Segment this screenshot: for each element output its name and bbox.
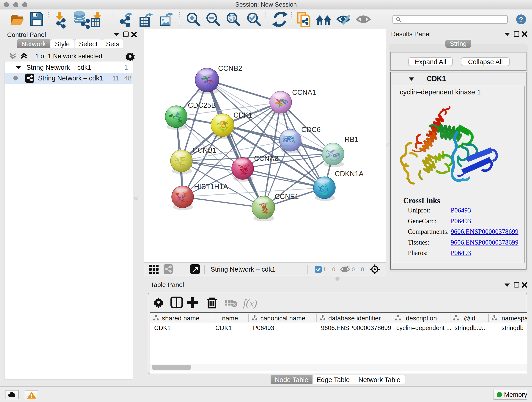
- svg-text:CDKN1A: CDKN1A: [335, 170, 364, 178]
- svg-text:CDC6: CDC6: [301, 126, 321, 134]
- svg-text:f(x): f(x): [243, 298, 257, 309]
- svg-text:CDC25B: CDC25B: [188, 101, 216, 109]
- svg-text:RB1: RB1: [345, 135, 358, 143]
- svg-text:HIST1H1A: HIST1H1A: [194, 183, 228, 191]
- svg-text:CDK1: CDK1: [234, 111, 253, 119]
- svg-text:CCNA1: CCNA1: [292, 89, 316, 96]
- svg-text:CCNB1: CCNB1: [192, 146, 216, 154]
- svg-text:CCNB2: CCNB2: [218, 64, 242, 72]
- svg-text:CCNE1: CCNE1: [275, 192, 299, 201]
- svg-text:CCNA2: CCNA2: [254, 154, 278, 162]
